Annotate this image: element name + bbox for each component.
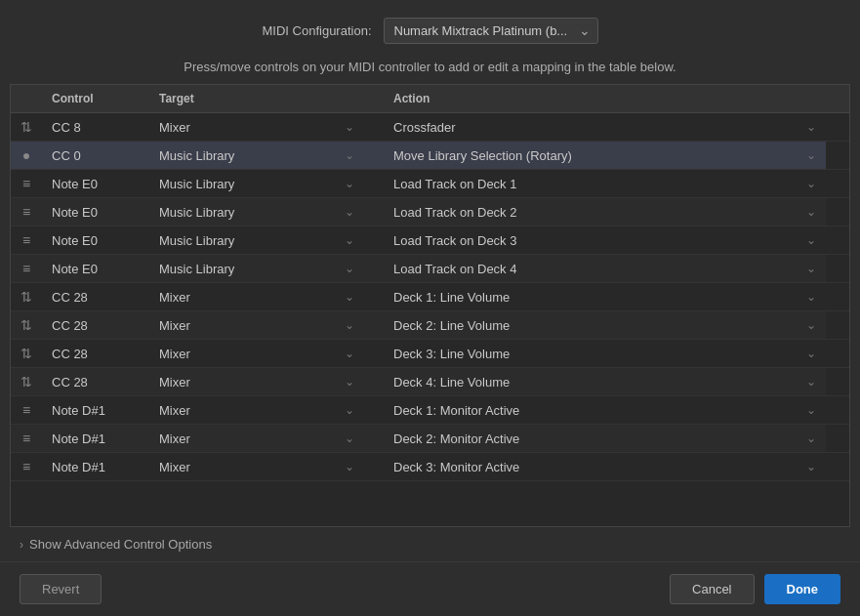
action-dropdown-arrow[interactable]: ⌄ [806,120,816,134]
row-control: Note D#1 [42,425,149,453]
target-value: Mixer [159,120,190,135]
action-dropdown-arrow[interactable]: ⌄ [806,375,816,389]
target-dropdown-arrow[interactable]: ⌄ [345,347,354,360]
target-value: Music Library [159,148,234,163]
row-action[interactable]: Move Library Selection (Rotary) ⌄ [384,142,826,170]
row-action[interactable]: Deck 2: Monitor Active ⌄ [384,425,826,453]
advanced-options-label: Show Advanced Control Options [29,537,212,552]
table-row[interactable]: ≡ Note D#1 Mixer ⌄ Deck 3: Monitor Activ… [11,453,849,481]
row-control: CC 28 [42,311,149,340]
action-dropdown-arrow[interactable]: ⌄ [806,233,816,247]
action-value: Deck 4: Line Volume [393,375,510,390]
row-action[interactable]: Deck 3: Line Volume ⌄ [384,340,826,368]
action-dropdown-arrow[interactable]: ⌄ [806,460,816,473]
row-icon: ⇅ [11,113,42,142]
table-row[interactable]: ⇅ CC 8 Mixer ⌄ Crossfader ⌄ [11,113,849,142]
row-target[interactable]: Mixer ⌄ [149,340,364,368]
target-dropdown-arrow[interactable]: ⌄ [345,148,354,162]
action-dropdown-arrow[interactable]: ⌄ [806,177,816,190]
target-dropdown-arrow[interactable]: ⌄ [345,290,354,304]
action-dropdown-arrow[interactable]: ⌄ [806,262,816,275]
action-dropdown-arrow[interactable]: ⌄ [806,431,816,445]
table-row[interactable]: ≡ Note D#1 Mixer ⌄ Deck 2: Monitor Activ… [11,425,849,453]
row-icon: ≡ [11,255,42,283]
row-target[interactable]: Mixer ⌄ [149,425,364,453]
target-dropdown-arrow[interactable]: ⌄ [345,460,354,473]
action-value: Load Track on Deck 2 [393,205,516,220]
row-target[interactable]: Music Library ⌄ [149,142,364,170]
row-icon: ⇅ [11,368,42,396]
table-row[interactable]: ⇅ CC 28 Mixer ⌄ Deck 1: Line Volume ⌄ [11,283,849,311]
table-row[interactable]: ≡ Note E0 Music Library ⌄ Load Track on … [11,226,849,255]
midi-dropdown-wrapper[interactable]: Numark Mixtrack Platinum (b... [384,18,598,44]
row-target[interactable]: Music Library ⌄ [149,198,364,226]
table-row[interactable]: ≡ Note D#1 Mixer ⌄ Deck 1: Monitor Activ… [11,396,849,425]
row-target[interactable]: Mixer ⌄ [149,283,364,311]
table-row[interactable]: ≡ Note E0 Music Library ⌄ Load Track on … [11,255,849,283]
target-dropdown-arrow[interactable]: ⌄ [345,205,354,219]
done-button[interactable]: Done [764,574,841,604]
action-value: Load Track on Deck 1 [393,177,516,191]
table-row[interactable]: ⇅ CC 28 Mixer ⌄ Deck 3: Line Volume ⌄ [11,340,849,368]
row-control: Note E0 [42,198,149,226]
midi-mapping-dialog: MIDI Configuration: Numark Mixtrack Plat… [0,0,860,616]
revert-button[interactable]: Revert [20,574,102,604]
advanced-options-toggle[interactable]: › Show Advanced Control Options [0,527,860,561]
action-dropdown-arrow[interactable]: ⌄ [806,205,816,219]
cancel-button[interactable]: Cancel [670,574,754,604]
row-action[interactable]: Load Track on Deck 3 ⌄ [384,226,826,255]
midi-config-dropdown[interactable]: Numark Mixtrack Platinum (b... [384,18,598,44]
row-control: CC 0 [42,142,149,170]
col-action-arrow [826,85,849,113]
row-target[interactable]: Mixer ⌄ [149,368,364,396]
target-dropdown-arrow[interactable]: ⌄ [345,233,354,247]
table-row[interactable]: ≡ Note E0 Music Library ⌄ Load Track on … [11,198,849,226]
action-value: Deck 3: Line Volume [393,347,510,361]
target-value: Mixer [159,318,190,333]
table-row[interactable]: ● CC 0 Music Library ⌄ Move Library Sele… [11,142,849,170]
row-action[interactable]: Load Track on Deck 2 ⌄ [384,198,826,226]
col-icon [11,85,42,113]
target-dropdown-arrow[interactable]: ⌄ [345,120,354,134]
row-icon: ≡ [11,226,42,255]
row-action[interactable]: Crossfader ⌄ [384,113,826,142]
table-row[interactable]: ≡ Note E0 Music Library ⌄ Load Track on … [11,170,849,198]
row-icon: ● [11,142,42,170]
row-target[interactable]: Mixer ⌄ [149,396,364,425]
row-target[interactable]: Music Library ⌄ [149,226,364,255]
col-control: Control [42,85,149,113]
row-action[interactable]: Deck 2: Line Volume ⌄ [384,311,826,340]
action-dropdown-arrow[interactable]: ⌄ [806,318,816,332]
row-control: CC 8 [42,113,149,142]
target-dropdown-arrow[interactable]: ⌄ [345,431,354,445]
table-row[interactable]: ⇅ CC 28 Mixer ⌄ Deck 2: Line Volume ⌄ [11,311,849,340]
row-icon: ≡ [11,170,42,198]
target-dropdown-arrow[interactable]: ⌄ [345,375,354,389]
row-target[interactable]: Music Library ⌄ [149,255,364,283]
table-row[interactable]: ⇅ CC 28 Mixer ⌄ Deck 4: Line Volume ⌄ [11,368,849,396]
row-target[interactable]: Music Library ⌄ [149,170,364,198]
row-target[interactable]: Mixer ⌄ [149,453,364,481]
row-target[interactable]: Mixer ⌄ [149,113,364,142]
row-action[interactable]: Deck 4: Line Volume ⌄ [384,368,826,396]
action-dropdown-arrow[interactable]: ⌄ [806,347,816,360]
action-dropdown-arrow[interactable]: ⌄ [806,148,816,162]
row-action[interactable]: Load Track on Deck 1 ⌄ [384,170,826,198]
target-dropdown-arrow[interactable]: ⌄ [345,403,354,417]
row-action[interactable]: Load Track on Deck 4 ⌄ [384,255,826,283]
action-dropdown-arrow[interactable]: ⌄ [806,290,816,304]
row-action[interactable]: Deck 1: Line Volume ⌄ [384,283,826,311]
target-value: Music Library [159,205,234,220]
row-action[interactable]: Deck 3: Monitor Active ⌄ [384,453,826,481]
row-action[interactable]: Deck 1: Monitor Active ⌄ [384,396,826,425]
target-dropdown-arrow[interactable]: ⌄ [345,177,354,190]
target-dropdown-arrow[interactable]: ⌄ [345,262,354,275]
instruction-text: Press/move controls on your MIDI control… [0,54,860,84]
action-value: Deck 1: Line Volume [393,290,510,305]
action-value: Move Library Selection (Rotary) [393,148,572,163]
row-target[interactable]: Mixer ⌄ [149,311,364,340]
target-dropdown-arrow[interactable]: ⌄ [345,318,354,332]
col-target-arrow [364,85,384,113]
mapping-table-container[interactable]: Control Target Action ⇅ CC 8 Mixer ⌄ [10,84,850,527]
action-dropdown-arrow[interactable]: ⌄ [806,403,816,417]
